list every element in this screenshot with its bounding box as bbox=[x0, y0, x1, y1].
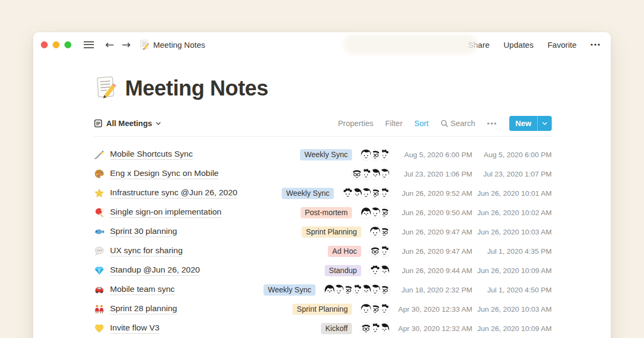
search-icon bbox=[441, 120, 448, 127]
meeting-type-tag[interactable]: Kickoff bbox=[321, 323, 352, 334]
meeting-title-link[interactable]: Sprint 30 planning bbox=[110, 226, 177, 237]
attendee-avatars[interactable] bbox=[323, 283, 391, 296]
row-middle: Standup bbox=[251, 264, 391, 277]
header-actions: Share Updates Favorite ••• bbox=[468, 40, 601, 49]
view-more-icon[interactable]: ••• bbox=[487, 120, 498, 128]
properties-button[interactable]: Properties bbox=[338, 119, 374, 128]
avatar[interactable] bbox=[369, 225, 382, 238]
dancers-icon bbox=[94, 304, 105, 314]
filter-button[interactable]: Filter bbox=[385, 119, 402, 128]
memo-icon bbox=[139, 39, 150, 50]
sort-button[interactable]: Sort bbox=[414, 119, 429, 128]
row-middle: Post-mortem bbox=[251, 206, 391, 219]
more-menu-button[interactable]: ••• bbox=[590, 41, 601, 49]
last-edited-date: Jun 26, 2020 10:03 AM bbox=[473, 228, 552, 236]
paintbrush-icon bbox=[94, 149, 105, 160]
meeting-type-tag[interactable]: Weekly Sync bbox=[300, 149, 352, 160]
meeting-title-link[interactable]: Standup @Jun 26, 2020 bbox=[110, 265, 200, 276]
table-row: Invite flow V3 Kickoff Apr 30, 2020 12:3… bbox=[94, 319, 552, 338]
meeting-date: Jun 18, 2020 2:32 PM bbox=[395, 286, 472, 294]
car-icon bbox=[94, 284, 105, 295]
row-middle: Weekly Sync bbox=[251, 148, 391, 161]
attendee-avatars[interactable] bbox=[369, 245, 391, 258]
last-edited-date: Jul 1, 2020 4:50 PM bbox=[473, 286, 552, 294]
updates-button[interactable]: Updates bbox=[503, 40, 533, 49]
star-icon bbox=[94, 188, 105, 199]
table-row: Mobile Shortcuts Sync Weekly Sync Aug 5,… bbox=[94, 145, 552, 164]
meeting-title-link[interactable]: Invite flow V3 bbox=[110, 323, 159, 334]
row-middle bbox=[251, 167, 391, 180]
traffic-light[interactable] bbox=[41, 41, 48, 48]
row-middle: Weekly Sync bbox=[251, 283, 391, 296]
meeting-title-link[interactable]: Mobile team sync bbox=[110, 284, 175, 295]
avatar[interactable] bbox=[350, 167, 363, 180]
last-edited-date: Aug 5, 2020 6:00 PM bbox=[473, 151, 552, 159]
table-row: Standup @Jun 26, 2020 Standup Jun 26, 20… bbox=[94, 261, 552, 280]
favorite-button[interactable]: Favorite bbox=[547, 40, 576, 49]
avatar[interactable] bbox=[360, 303, 372, 315]
attendee-avatars[interactable] bbox=[341, 187, 391, 200]
meeting-title-link[interactable]: Sprint 28 planning bbox=[110, 304, 177, 314]
meeting-title-link[interactable]: Infrastructure sync @Jun 26, 2020 bbox=[110, 188, 237, 199]
avatar[interactable] bbox=[360, 148, 372, 161]
avatar[interactable] bbox=[360, 322, 372, 335]
meeting-date: Aug 5, 2020 6:00 PM bbox=[395, 151, 472, 159]
meeting-type-tag[interactable]: Weekly Sync bbox=[264, 284, 316, 296]
last-edited-date: Jul 23, 2020 1:07 PM bbox=[473, 170, 552, 178]
avatar[interactable] bbox=[323, 283, 336, 296]
last-edited-date: Jun 26, 2020 10:02 AM bbox=[473, 209, 552, 217]
meeting-list: Mobile Shortcuts Sync Weekly Sync Aug 5,… bbox=[94, 137, 552, 338]
attendee-avatars[interactable] bbox=[360, 148, 391, 161]
meeting-date: Jun 26, 2020 9:44 AM bbox=[395, 267, 472, 275]
page-title: Meeting Notes bbox=[125, 76, 268, 100]
avatar[interactable] bbox=[369, 245, 382, 258]
last-edited-date: Jun 26, 2020 10:03 AM bbox=[473, 305, 552, 313]
meeting-type-tag[interactable]: Sprint Planning bbox=[292, 304, 352, 315]
row-middle: Kickoff bbox=[251, 322, 391, 335]
meeting-title-link[interactable]: Eng x Design Sync on Mobile bbox=[110, 168, 218, 179]
traffic-light[interactable] bbox=[53, 41, 60, 48]
meeting-title-link[interactable]: UX sync for sharing bbox=[110, 246, 182, 256]
table-row: Eng x Design Sync on Mobile Jul 23, 2020… bbox=[94, 164, 552, 183]
meeting-type-tag[interactable]: Ad Hoc bbox=[328, 246, 361, 257]
meeting-type-tag[interactable]: Weekly Sync bbox=[282, 188, 334, 199]
forward-arrow-icon[interactable]: → bbox=[122, 39, 131, 50]
avatar[interactable] bbox=[369, 264, 382, 277]
meeting-title-link[interactable]: Single sign-on implementation bbox=[110, 207, 222, 218]
view-switcher[interactable]: All Meetings bbox=[94, 119, 161, 128]
meeting-type-tag[interactable]: Standup bbox=[325, 265, 361, 276]
meeting-type-tag[interactable]: Sprint Planning bbox=[302, 226, 361, 238]
traffic-light[interactable] bbox=[64, 41, 71, 48]
attendee-avatars[interactable] bbox=[360, 303, 391, 315]
attendee-avatars[interactable] bbox=[369, 225, 391, 238]
yellow-heart-icon bbox=[94, 323, 105, 334]
memo-icon bbox=[94, 75, 118, 101]
toolbar-right: Properties Filter Sort Search ••• New bbox=[338, 116, 552, 131]
search-button[interactable]: Search bbox=[441, 119, 475, 128]
back-arrow-icon[interactable]: ← bbox=[105, 39, 114, 50]
attendee-avatars[interactable] bbox=[350, 167, 391, 180]
attendee-avatars[interactable] bbox=[360, 322, 391, 335]
view-toolbar: All Meetings Properties Filter Sort Sear… bbox=[94, 116, 552, 137]
row-main: Mobile Shortcuts Sync bbox=[94, 149, 251, 160]
meeting-title-link[interactable]: Mobile Shortcuts Sync bbox=[110, 149, 193, 160]
row-main: Mobile team sync bbox=[94, 284, 251, 295]
new-dropdown-caret[interactable] bbox=[538, 116, 552, 131]
avatar[interactable] bbox=[341, 187, 354, 200]
row-main: Infrastructure sync @Jun 26, 2020 bbox=[94, 188, 251, 199]
attendee-avatars[interactable] bbox=[360, 206, 391, 219]
table-row: Infrastructure sync @Jun 26, 2020 Weekly… bbox=[94, 183, 552, 203]
new-button-label[interactable]: New bbox=[509, 116, 537, 131]
new-button[interactable]: New bbox=[509, 116, 552, 131]
avatar[interactable] bbox=[360, 206, 372, 219]
attendee-avatars[interactable] bbox=[369, 264, 391, 277]
meeting-type-tag[interactable]: Post-mortem bbox=[301, 207, 352, 218]
fish-icon bbox=[94, 226, 105, 237]
breadcrumb[interactable]: Meeting Notes bbox=[139, 39, 206, 50]
gem-icon bbox=[94, 265, 105, 276]
meeting-date: Apr 30, 2020 12:33 AM bbox=[395, 305, 472, 313]
last-edited-date: Jul 1, 2020 4:35 PM bbox=[473, 247, 552, 255]
meeting-date: Jun 26, 2020 9:47 AM bbox=[395, 228, 472, 236]
sidebar-menu-icon[interactable] bbox=[84, 41, 94, 48]
row-main: Sprint 28 planning bbox=[94, 304, 251, 314]
